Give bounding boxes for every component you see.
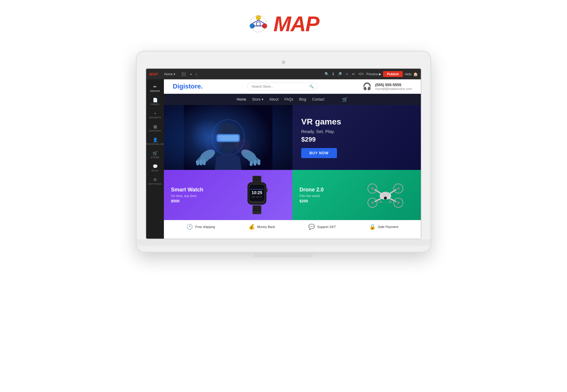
zoom-icon[interactable]: 🔎 [337,71,343,77]
sidebar-item-settings[interactable]: ⚙ SETTINGS [146,175,164,187]
product-cards: Smart Watch On time, any time. $500 [164,170,421,220]
svg-text:10:25: 10:25 [252,190,262,195]
editor-logo: MAP [149,72,158,76]
svg-rect-33 [250,189,263,190]
nav-item-home[interactable]: Home [237,97,246,101]
laptop-body: MAP Home ▾ ⬛ ▪ ▫ 🔍 ℹ 🔎 ✓ ↩ [136,51,431,252]
drone-image-area [350,170,421,220]
sidebar-label-store: STORE [151,156,159,159]
map-logo-text: MAP [273,12,319,36]
drone-svg [365,179,406,211]
search-input[interactable] [252,85,307,88]
free-shipping-text: Free shipping [195,225,215,229]
sidebar-item-store[interactable]: 🛒 STORE [146,149,164,161]
drone-price: $200 [299,199,324,203]
contact-email: mymail@mailservice.com [375,87,412,91]
search-submit-icon[interactable]: 🔍 [309,84,314,88]
footer-money-back: 💰 Money Back [248,224,275,230]
sidebar-item-blog[interactable]: 💬 BLOG [146,162,164,174]
support-icon: 💬 [308,224,315,230]
store-logo: Digistore. [173,83,203,90]
help-button[interactable]: Help [405,72,411,76]
drone-card-text: Drone 2.0 Film the world $200 [292,180,331,210]
laptop-screen: MAP Home ▾ ⬛ ▪ ▫ 🔍 ℹ 🔎 ✓ ↩ [146,68,421,239]
product-card-drone: Drone 2.0 Film the world $200 [292,170,421,220]
svg-point-52 [397,201,400,204]
nav-item-blog[interactable]: Blog [299,97,306,101]
buy-now-button[interactable]: BUY NOW [301,148,337,158]
sidebar-label-widgets: WIDGETS [149,116,161,119]
shipping-icon: 🕐 [186,224,193,230]
svg-point-49 [371,187,374,190]
store-logo-dot: . [201,83,203,90]
nav-item-about[interactable]: About [269,97,278,101]
hero-text: VR games Ready. Set. Play. $299 BUY NOW [292,108,421,167]
cart-icon[interactable]: 🛒 [342,97,348,102]
svg-rect-39 [253,208,260,209]
safe-payment-icon: 🔒 [369,224,376,230]
hero-title: VR games [301,117,412,127]
tablet-icon[interactable]: ▪ [189,71,193,77]
editor-toolbar: MAP Home ▾ ⬛ ▪ ▫ 🔍 ℹ 🔎 ✓ ↩ [146,69,421,79]
laptop-wrapper: MAP Home ▾ ⬛ ▪ ▫ 🔍 ℹ 🔎 ✓ ↩ [136,51,431,257]
store-nav: Home Store ▾ About FAQs Blog Contact 🛒 [164,94,421,105]
sidebar-item-personalize[interactable]: 👤 PERSONALIZE [146,135,164,147]
editor-sidebar: ✏ DESIGN 📄 PAGES + WIDGETS ▦ CONTENT [146,79,164,239]
sidebar-item-widgets[interactable]: + WIDGETS [146,109,164,121]
product-card-watch: Smart Watch On time, any time. $500 [164,170,292,220]
code-icon[interactable]: </> [358,71,364,77]
money-back-icon: 💰 [248,224,255,230]
store-contact: 🎧 (555) 555-5555 mymail@mailservice.com [363,82,412,91]
headphone-icon: 🎧 [363,82,372,91]
blog-icon: 💬 [153,164,158,169]
publish-button[interactable]: Publish [383,71,403,77]
home-icon[interactable]: 🏠 [413,72,418,76]
design-icon: ✏ [153,84,157,89]
svg-rect-38 [253,206,260,207]
nav-item-store[interactable]: Store ▾ [252,97,263,101]
sidebar-item-pages[interactable]: 📄 PAGES [146,96,164,108]
sidebar-item-content[interactable]: ▦ CONTENT [146,122,164,134]
sidebar-label-personalize: PERSONALIZE [146,143,164,145]
store-logo-highlight: store [185,83,201,90]
nav-item-faqs[interactable]: FAQs [284,97,293,101]
desktop-icon[interactable]: ⬛ [180,71,187,77]
vr-glow [190,118,225,153]
watch-card-text: Smart Watch On time, any time. $500 [164,180,210,210]
toolbar-right: 🔍 ℹ 🔎 ✓ ↩ </> Preview ▶ Publish Help 🏠 [324,71,418,77]
top-logo-area: MAP [248,12,319,36]
svg-text:FRI, OCT 14: FRI, OCT 14 [252,196,262,198]
device-icons: ⬛ ▪ ▫ [180,71,198,77]
svg-point-51 [371,201,374,204]
hero-price: $299 [301,136,412,143]
undo-icon[interactable]: ↩ [351,71,356,77]
check-icon[interactable]: ✓ [345,71,349,77]
store-footer-strip: 🕐 Free shipping 💰 Money Back 💬 Support 2… [164,220,421,233]
store-icon: 🛒 [153,151,158,155]
nav-home[interactable]: Home ▾ [162,71,178,77]
sidebar-item-design[interactable]: ✏ DESIGN [146,82,164,94]
svg-point-56 [385,197,386,199]
laptop-camera [282,60,285,64]
watch-price: $500 [171,199,203,203]
mobile-icon[interactable]: ▫ [195,71,198,77]
editor-main: ✏ DESIGN 📄 PAGES + WIDGETS ▦ CONTENT [146,79,421,239]
svg-point-25 [236,139,250,154]
toolbar-nav: Home ▾ ⬛ ▪ ▫ [162,71,322,77]
info-icon[interactable]: ℹ [332,71,335,77]
footer-free-shipping: 🕐 Free shipping [186,224,215,230]
store-search-bar[interactable]: 🔍 [247,83,318,90]
sidebar-label-content: CONTENT [149,129,161,132]
watch-image-area: 10:25 FRI, OCT 14 [222,170,292,220]
laptop-stand [254,252,313,257]
footer-safe-payment: 🔒 Safe Payment [369,224,398,230]
preview-button[interactable]: Preview ▶ [366,72,381,76]
contact-phone: (555) 555-5555 [375,83,412,87]
hero-subtitle: Ready. Set. Play. [301,129,412,134]
nav-item-contact[interactable]: Contact [312,97,324,101]
svg-rect-23 [258,159,260,165]
support-text: Support 24/7 [317,225,336,229]
laptop-base [137,239,430,246]
search-icon[interactable]: 🔍 [324,71,330,77]
vr-background [164,105,292,170]
